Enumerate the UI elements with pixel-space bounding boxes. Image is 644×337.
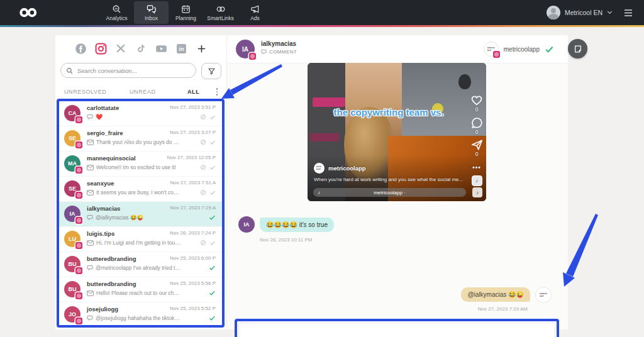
mute-and-check-icons: [200, 164, 216, 170]
share-icon[interactable]: [471, 140, 483, 150]
heart-icon[interactable]: [470, 94, 483, 106]
analytics-icon: [112, 4, 121, 14]
instagram-badge-icon: [75, 217, 82, 224]
outgoing-avatar: metricool: [535, 287, 552, 303]
resolved-check-icon[interactable]: [545, 45, 554, 53]
annotation-arrow-to-composer: [563, 214, 598, 287]
mute-and-check-icons: [200, 114, 216, 120]
comment-icon[interactable]: [471, 117, 483, 128]
conversation-list-item[interactable]: BU butteredbranding Nov 25, 2023 6:00 P …: [59, 252, 222, 277]
incoming-message-timestamp: Nov 26, 2023 10:11 PM: [260, 237, 312, 243]
chat-header: IA ialkymacias COMMENT metricool metrico…: [227, 35, 568, 64]
conversation-avatar: CA: [64, 105, 80, 121]
search-input[interactable]: [76, 67, 191, 75]
hamburger-menu-icon[interactable]: [624, 9, 633, 16]
instagram-badge-icon: [75, 242, 82, 249]
conversation-preview: Thank you! Also do you guys do any time …: [96, 139, 181, 145]
conversation-avatar: BU: [64, 281, 80, 297]
link-icon: [216, 4, 226, 14]
conversation-list-item[interactable]: LU luigis.tips Nov 26, 2023 7:24 P Hi, I…: [59, 227, 222, 252]
metricool-logo-icon[interactable]: [19, 8, 38, 18]
tiktok-icon[interactable]: [135, 42, 147, 55]
conversation-name: mannequinsocial: [87, 155, 136, 162]
conversation-avatar: SE: [64, 130, 80, 146]
nav-item-ads[interactable]: Ads: [238, 0, 272, 25]
nav-item-smartlinks[interactable]: SmartLinks: [203, 0, 238, 25]
conversation-list-item[interactable]: SE sergio_fraire Nov 27, 2023 3:27 P Tha…: [59, 126, 222, 152]
x-icon[interactable]: [114, 42, 127, 55]
reel-author-name: metricoolapp: [328, 165, 366, 172]
nav-item-inbox[interactable]: Inbox: [134, 1, 169, 24]
nav-item-analytics[interactable]: Analytics: [99, 0, 134, 25]
comment-count: 0: [475, 129, 479, 135]
instagram-reel-preview[interactable]: the copywriting team vs. 0 0 0 ••• ♪ met…: [308, 63, 486, 201]
conversation-list-item[interactable]: MA mannequinsocial Nov 27, 2023 12:05 P …: [59, 152, 222, 177]
conversation-name: butteredbranding: [87, 255, 136, 262]
conversation-avatar: IA: [64, 206, 80, 222]
instagram-icon[interactable]: [94, 42, 107, 55]
chat-user-name: ialkymacias: [261, 40, 296, 47]
tab-unresolved[interactable]: UNRESOLVED: [64, 89, 130, 95]
outgoing-message-timestamp: Nov 27, 2023 7:29 AM: [478, 306, 528, 312]
conversation-list-item[interactable]: JO josejuliogg Nov 25, 2023 5:52 P @jose…: [59, 302, 222, 328]
conversation-list[interactable]: CA carlottatate Nov 27, 2023 3:51 P ❤️: [57, 99, 225, 328]
reel-music-label: metricoolapp ·: [374, 190, 406, 196]
search-box: [60, 63, 196, 78]
conversation-list-item[interactable]: CA carlottatate Nov 27, 2023 3:51 P ❤️: [59, 101, 222, 126]
tab-unread[interactable]: UNREAD: [130, 89, 187, 95]
conversation-name: josejuliogg: [87, 306, 118, 312]
conversation-list-item[interactable]: SE seanxyue Nov 27, 2023 7:51 A It seems…: [59, 177, 222, 202]
gradient-bar: [0, 25, 644, 27]
audio-album-icon: ♪: [472, 175, 482, 186]
reel-decor: [310, 133, 339, 141]
mail-icon: [87, 165, 94, 170]
conversation-date: Nov 27, 2023 7:29 A: [170, 205, 216, 211]
youtube-icon[interactable]: [155, 42, 167, 55]
conversation-name: ialkymacias: [87, 205, 120, 212]
instagram-badge-icon: [75, 167, 82, 174]
metricool-mini-avatar: metricool: [314, 163, 325, 174]
tab-all[interactable]: ALL: [187, 89, 199, 95]
message-input[interactable]: [243, 326, 551, 337]
list-options-kebab-icon[interactable]: [216, 88, 218, 96]
more-options-icon[interactable]: •••: [472, 164, 481, 171]
nav-label: Ads: [250, 15, 260, 21]
account-menu[interactable]: Metricool EN: [547, 6, 613, 19]
conversation-avatar: BU: [64, 256, 80, 272]
conversation-preview: It seems you are busy, I won't contact y…: [96, 189, 181, 196]
conversation-date: Nov 26, 2023 7:24 P: [170, 230, 216, 236]
instagram-badge-icon: [75, 116, 82, 123]
conversation-list-item[interactable]: BU butteredbranding Nov 25, 2023 5:56 P …: [59, 277, 222, 302]
conversation-avatar: JO: [64, 306, 80, 323]
conversation-avatar: MA: [64, 155, 80, 172]
svg-text:in: in: [179, 45, 184, 52]
conversation-avatar: LU: [64, 231, 80, 247]
reel-decor: [313, 97, 345, 107]
conversation-preview: ❤️: [96, 114, 103, 120]
mail-icon: [87, 290, 94, 296]
mail-icon: [87, 140, 94, 145]
add-network-icon[interactable]: [195, 42, 208, 55]
facebook-icon[interactable]: [74, 42, 87, 55]
nav-item-planning[interactable]: Planning: [169, 0, 203, 25]
notes-button[interactable]: [568, 39, 587, 58]
mail-icon: [87, 190, 94, 196]
linkedin-icon[interactable]: in: [175, 42, 187, 55]
apple-logo-icon: [458, 74, 471, 89]
filter-button[interactable]: [201, 63, 221, 79]
comment-icon: [87, 114, 93, 120]
resolved-check-icon: [209, 315, 216, 321]
instagram-badge-icon: [75, 141, 82, 148]
conversation-list-item[interactable]: IA ialkymacias Nov 27, 2023 7:29 A @ialk…: [59, 202, 222, 227]
megaphone-icon: [250, 4, 260, 14]
network-filter-row: in: [55, 42, 226, 55]
account-name: Metricool EN: [565, 9, 602, 16]
search-icon: [66, 67, 73, 74]
main-navigation: Analytics Inbox Planning SmartLinks Ads: [99, 0, 272, 25]
message-composer: Send (⌘ + Enter): [238, 323, 555, 337]
conversation-name: seanxyue: [87, 180, 114, 187]
conversation-preview: Hi, I'm Luigi and I'm getting in touch w…: [96, 240, 181, 246]
reel-caption: When you're hard at work writing and you…: [314, 177, 465, 182]
account-avatar: [547, 6, 560, 19]
comment-icon: [261, 49, 267, 55]
